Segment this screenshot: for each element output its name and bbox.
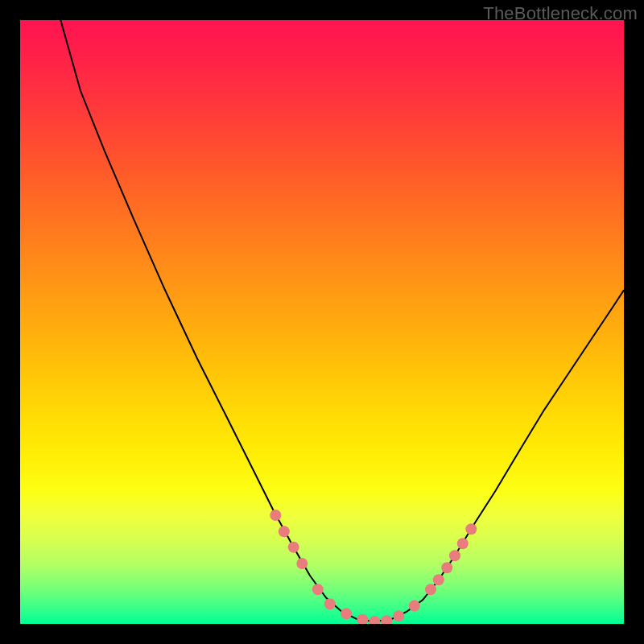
plot-background (20, 20, 624, 624)
watermark-text: TheBottleneck.com (483, 3, 638, 24)
